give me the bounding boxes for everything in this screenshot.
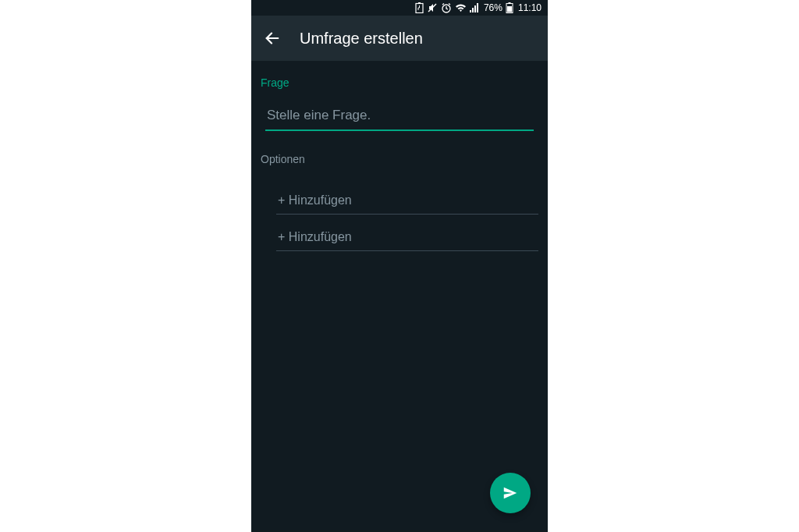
svg-rect-7: [477, 3, 478, 12]
phone-frame: 76% 11:10 Umfrage erstellen Frage Option…: [251, 0, 548, 532]
send-button[interactable]: [490, 473, 531, 513]
clock-time: 11:10: [518, 2, 542, 13]
signal-icon: [470, 3, 481, 12]
alarm-icon: [441, 2, 452, 13]
options-label: Optionen: [261, 153, 538, 165]
question-input[interactable]: [265, 101, 534, 131]
svg-rect-6: [474, 5, 476, 12]
battery-percent: 76%: [484, 2, 502, 13]
wifi-icon: [455, 3, 467, 12]
back-button[interactable]: [259, 30, 281, 47]
battery-icon: [506, 2, 513, 13]
mute-icon: [427, 2, 438, 13]
svg-rect-10: [507, 6, 512, 12]
option-input-2[interactable]: [276, 222, 538, 251]
status-bar: 76% 11:10: [251, 0, 548, 16]
svg-rect-5: [472, 8, 474, 12]
option-input-1[interactable]: [276, 186, 538, 215]
send-icon: [502, 484, 519, 502]
form-content: Frage Optionen: [251, 61, 548, 267]
battery-saver-icon: [415, 2, 424, 13]
page-title: Umfrage erstellen: [300, 30, 423, 48]
question-label: Frage: [261, 76, 538, 89]
arrow-left-icon: [264, 30, 281, 47]
svg-rect-9: [508, 2, 510, 4]
svg-rect-1: [418, 2, 421, 4]
svg-rect-4: [470, 10, 471, 12]
app-bar: Umfrage erstellen: [251, 16, 548, 61]
